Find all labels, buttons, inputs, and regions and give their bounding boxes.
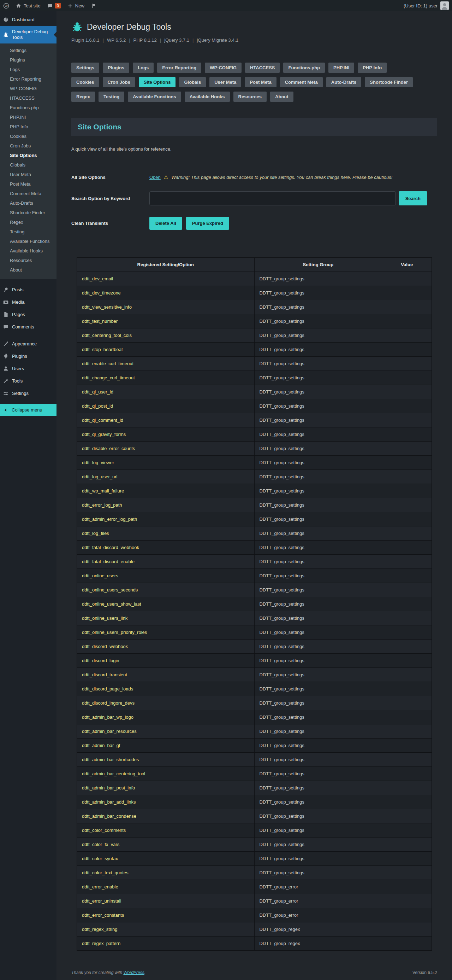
setting-group-cell: DDTT_group_settings	[254, 696, 382, 710]
tab-php-info[interactable]: PHP Info	[358, 62, 387, 73]
table-row: ddtt_color_commentsDDTT_group_settings	[77, 823, 432, 837]
tab-testing[interactable]: Testing	[98, 92, 124, 102]
sidebar-subitem-about[interactable]: About	[0, 265, 57, 275]
tab-available-functions[interactable]: Available Functions	[128, 92, 181, 102]
sidebar-item-users[interactable]: Users	[0, 363, 57, 375]
new-content-menu[interactable]: New	[64, 0, 87, 11]
sidebar-item-dashboard[interactable]: Dashboard	[0, 13, 57, 26]
bug-icon	[3, 32, 9, 38]
sidebar-item-tools[interactable]: Tools	[0, 375, 57, 387]
option-name-cell: ddtt_admin_bar_condense	[77, 809, 255, 823]
sidebar-subitem-cookies[interactable]: Cookies	[0, 132, 57, 141]
sidebar-item-appearance[interactable]: Appearance	[0, 337, 57, 350]
sidebar-subitem-plugins[interactable]: Plugins	[0, 55, 57, 65]
value-cell	[382, 541, 432, 555]
setting-group-cell: DDTT_group_settings	[254, 399, 382, 413]
site-name-link[interactable]: Test site	[13, 0, 44, 11]
sidebar-subitem-logs[interactable]: Logs	[0, 65, 57, 74]
setting-group-cell: DDTT_group_settings	[254, 752, 382, 767]
tab-htaccess[interactable]: HTACCESS	[245, 62, 280, 73]
tab-cron-jobs[interactable]: Cron Jobs	[103, 77, 135, 88]
tab-regex[interactable]: Regex	[71, 92, 95, 102]
search-button[interactable]: Search	[399, 191, 427, 205]
sidebar-item-comments[interactable]: Comments	[0, 321, 57, 333]
sidebar-subitem-auto-drafts[interactable]: Auto-Drafts	[0, 198, 57, 208]
open-options-link[interactable]: Open	[149, 175, 161, 180]
comments-menu[interactable]: 0	[44, 0, 64, 11]
table-row: ddtt_dev_emailDDTT_group_settings	[77, 272, 432, 286]
wordpress-logo-menu[interactable]: W	[0, 0, 13, 11]
my-account-menu[interactable]: (User ID: 1) user	[400, 0, 452, 11]
sidebar-item-label: Plugins	[12, 353, 27, 359]
sidebar-subitem-available-hooks[interactable]: Available Hooks	[0, 246, 57, 256]
value-cell	[382, 625, 432, 640]
sidebar-item-posts[interactable]: Posts	[0, 283, 57, 296]
debug-flag-menu[interactable]	[87, 0, 100, 11]
setting-group-cell: DDTT_group_settings	[254, 597, 382, 611]
search-option-input[interactable]	[149, 191, 396, 205]
value-cell	[382, 583, 432, 597]
collapse-menu-button[interactable]: Collapse menu	[0, 404, 57, 416]
wordpress-link[interactable]: WordPress	[123, 970, 144, 975]
sidebar-subitem-post-meta[interactable]: Post Meta	[0, 179, 57, 189]
option-name-cell: ddtt_admin_bar_centering_tool	[77, 767, 255, 781]
sidebar-item-developer-debug-tools[interactable]: Developer Debug Tools	[0, 26, 57, 43]
sidebar-subitem-error-reporting[interactable]: Error Reporting	[0, 74, 57, 84]
tab-globals[interactable]: Globals	[179, 77, 206, 88]
tab-available-hooks[interactable]: Available Hooks	[185, 92, 230, 102]
option-name-cell: ddtt_log_user_url	[77, 470, 255, 484]
sidebar-subitem-globals[interactable]: Globals	[0, 160, 57, 170]
tab-cookies[interactable]: Cookies	[71, 77, 99, 88]
meta-separator: |	[103, 38, 104, 43]
option-name-cell: ddtt_admin_bar_shortcodes	[77, 752, 255, 767]
tab-error-reporting[interactable]: Error Reporting	[157, 62, 201, 73]
sidebar-subitem-cron-jobs[interactable]: Cron Jobs	[0, 141, 57, 151]
option-name-cell: ddtt_centering_tool_cols	[77, 328, 255, 342]
sidebar-item-plugins[interactable]: Plugins	[0, 350, 57, 363]
sidebar-subitem-settings[interactable]: Settings	[0, 46, 57, 55]
sidebar-subitem-testing[interactable]: Testing	[0, 227, 57, 237]
tab-functions-php[interactable]: Functions.php	[283, 62, 325, 73]
sidebar-item-media[interactable]: Media	[0, 296, 57, 308]
sidebar-subitem-comment-meta[interactable]: Comment Meta	[0, 189, 57, 198]
tab-php-ini[interactable]: PHP.INI	[328, 62, 354, 73]
header-registered-setting: Registered Setting/Option	[77, 258, 255, 272]
value-cell	[382, 569, 432, 583]
tab-post-meta[interactable]: Post Meta	[245, 77, 276, 88]
option-name-cell: ddtt_online_users_seconds	[77, 583, 255, 597]
sidebar-item-settings[interactable]: Settings	[0, 387, 57, 399]
sidebar-subitem-resources[interactable]: Resources	[0, 256, 57, 265]
tab-auto-drafts[interactable]: Auto-Drafts	[326, 77, 362, 88]
sidebar-item-pages[interactable]: Pages	[0, 308, 57, 321]
sidebar-subitem-php-ini[interactable]: PHP.INI	[0, 113, 57, 122]
sidebar-subitem-wp-config[interactable]: WP-CONFIG	[0, 84, 57, 93]
sidebar-item-label: Users	[12, 366, 24, 372]
sidebar-subitem-htaccess[interactable]: HTACCESS	[0, 93, 57, 103]
table-row: ddtt_online_users_priority_rolesDDTT_gro…	[77, 625, 432, 640]
option-name-cell: ddtt_view_sensitive_info	[77, 300, 255, 314]
purge-expired-button[interactable]: Purge Expired	[186, 217, 229, 230]
tab-shortcode-finder[interactable]: Shortcode Finder	[365, 77, 413, 88]
tab-wp-config[interactable]: WP-CONFIG	[205, 62, 241, 73]
sidebar-subitem-php-info[interactable]: PHP Info	[0, 122, 57, 132]
tab-about[interactable]: About	[270, 92, 293, 102]
sidebar-subitem-user-meta[interactable]: User Meta	[0, 170, 57, 179]
sidebar-subitem-shortcode-finder[interactable]: Shortcode Finder	[0, 208, 57, 218]
table-row: ddtt_log_filesDDTT_group_settings	[77, 527, 432, 541]
tab-plugins[interactable]: Plugins	[103, 62, 129, 73]
sidebar-subitem-functions-php[interactable]: Functions.php	[0, 103, 57, 113]
delete-all-button[interactable]: Delete All	[149, 217, 182, 230]
table-row: ddtt_color_fx_varsDDTT_group_settings	[77, 837, 432, 852]
value-cell	[382, 272, 432, 286]
table-row: ddtt_regex_stringDDTT_group_regex	[77, 923, 432, 937]
tab-settings[interactable]: Settings	[71, 62, 99, 73]
menu-separator	[0, 279, 57, 283]
tab-user-meta[interactable]: User Meta	[209, 77, 241, 88]
tab-resources[interactable]: Resources	[233, 92, 266, 102]
sidebar-subitem-regex[interactable]: Regex	[0, 218, 57, 227]
tab-logs[interactable]: Logs	[133, 62, 154, 73]
tab-comment-meta[interactable]: Comment Meta	[280, 77, 323, 88]
sidebar-subitem-site-options[interactable]: Site Options	[0, 151, 57, 160]
tab-site-options[interactable]: Site Options	[139, 77, 176, 88]
sidebar-subitem-available-functions[interactable]: Available Functions	[0, 237, 57, 246]
